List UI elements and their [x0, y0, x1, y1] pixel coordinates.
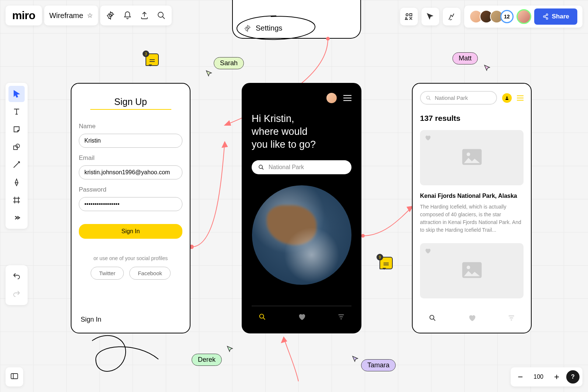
board-name-panel[interactable]: Wireframe ☆ [44, 6, 98, 25]
search-bar[interactable]: National Park [252, 160, 351, 174]
signin-link[interactable]: Sign In [81, 316, 101, 323]
password-input[interactable] [79, 197, 182, 211]
cursor-pointer-icon [227, 346, 233, 352]
header-tools [100, 6, 172, 25]
text-tool[interactable] [8, 104, 25, 120]
heart-icon[interactable] [424, 248, 431, 256]
select-tool[interactable] [8, 86, 25, 102]
connector-tool[interactable] [8, 157, 25, 173]
svg-point-11 [361, 234, 364, 237]
svg-point-7 [326, 37, 329, 40]
help-button[interactable]: ? [566, 370, 580, 384]
twitter-button[interactable]: Twitter [91, 267, 124, 280]
cursor-label-derek: Derek [192, 354, 222, 366]
result-card-image[interactable] [420, 243, 524, 298]
results-phone-frame[interactable]: National Park 137 results Kenai Fjords N… [412, 83, 532, 333]
share-label: Share [552, 13, 569, 20]
submit-button[interactable]: Sign In [79, 224, 182, 239]
signup-phone-frame[interactable]: Sign Up Name Email Password Sign In or u… [71, 83, 190, 333]
svg-point-16 [427, 96, 430, 99]
social-hint: or use one of your social profiles [79, 255, 182, 261]
hand-drawn-scribble [85, 333, 169, 389]
bell-icon[interactable] [123, 11, 132, 20]
shapes-library-icon[interactable] [400, 8, 418, 25]
connector-arrow[interactable] [361, 203, 416, 239]
email-input[interactable] [79, 165, 182, 179]
zoom-panel: − 100 + ? [511, 367, 582, 386]
undo-button[interactable] [8, 268, 25, 284]
frame-tool[interactable] [8, 192, 25, 208]
export-icon[interactable] [140, 11, 149, 20]
svg-point-19 [466, 153, 470, 156]
search-icon[interactable] [157, 11, 166, 20]
shapes-tool[interactable] [8, 139, 25, 155]
facebook-button[interactable]: Facebook [129, 267, 171, 280]
comment-badge[interactable]: 9 [379, 257, 393, 269]
zoom-out-button[interactable]: − [514, 370, 527, 384]
bottom-left-panel[interactable] [6, 367, 23, 386]
greeting-text: Hi Kristin, where would you like to go? [252, 112, 351, 151]
name-label: Name [79, 123, 182, 130]
star-icon[interactable]: ☆ [87, 11, 93, 20]
comment-lines-icon [150, 59, 155, 60]
search-icon [426, 95, 431, 101]
svg-marker-10 [222, 142, 227, 147]
menu-icon[interactable] [343, 95, 351, 101]
home-phone-frame[interactable]: Hi Kristin, where would you like to go? … [242, 83, 361, 333]
result-description: The Harding Icefield, which is actually … [420, 203, 524, 234]
settings-gear-icon[interactable] [106, 11, 115, 20]
user-avatar[interactable] [326, 93, 337, 103]
nav-filter-icon[interactable] [337, 313, 345, 322]
image-placeholder-icon [461, 261, 483, 280]
cursor-label-tamara: Tamara [361, 359, 396, 371]
name-input[interactable] [79, 134, 182, 148]
cursor-pointer-icon [484, 64, 490, 71]
connector-arrow[interactable] [280, 335, 302, 383]
avatar-count[interactable]: 12 [500, 10, 514, 23]
comment-count: 3 [143, 50, 149, 57]
bottom-nav [413, 314, 531, 323]
search-bar[interactable]: National Park [420, 91, 497, 105]
sticky-tool[interactable] [8, 121, 25, 137]
email-label: Email [79, 154, 182, 162]
current-user-avatar[interactable] [517, 9, 531, 24]
share-button[interactable]: Share [534, 8, 577, 25]
bottom-nav [242, 313, 361, 322]
menu-icon[interactable] [517, 95, 524, 101]
redo-button[interactable] [8, 286, 25, 302]
top-right-bar: 12 Share [400, 6, 582, 28]
result-title[interactable]: Kenai Fjords National Park, Alaska [420, 193, 524, 199]
zoom-value[interactable]: 100 [530, 374, 547, 380]
nav-search-icon[interactable] [428, 314, 437, 323]
divider [252, 306, 351, 306]
nav-heart-icon[interactable] [298, 313, 306, 322]
result-card-image[interactable] [420, 130, 524, 185]
more-tools[interactable] [8, 210, 25, 226]
undo-redo-panel [6, 265, 28, 305]
nav-filter-icon[interactable] [507, 314, 515, 323]
connector-arrow[interactable] [190, 136, 245, 251]
top-left-bar: miro Wireframe ☆ [6, 6, 172, 25]
heart-icon[interactable] [424, 134, 431, 143]
password-label: Password [79, 186, 182, 193]
user-icon[interactable] [502, 93, 512, 103]
search-placeholder: National Park [269, 164, 304, 171]
cursor-label-sarah: Sarah [214, 57, 244, 69]
comment-badge[interactable]: 3 [146, 53, 159, 66]
cursor-pointer-icon [206, 70, 212, 77]
reactions-icon[interactable] [443, 8, 461, 25]
collaborators-panel[interactable]: 12 Share [464, 6, 582, 28]
globe-image [252, 185, 351, 285]
search-value: National Park [435, 95, 468, 101]
app-logo[interactable]: miro [6, 6, 42, 25]
svg-point-15 [259, 314, 263, 318]
svg-point-2 [406, 14, 408, 16]
svg-point-14 [259, 165, 262, 168]
zoom-in-button[interactable]: + [550, 370, 563, 384]
cursor-mode-icon[interactable] [421, 8, 439, 25]
pen-tool[interactable] [8, 174, 25, 190]
nav-search-icon[interactable] [258, 313, 266, 322]
logo-text: miro [12, 9, 35, 22]
cursor-pointer-icon [352, 356, 358, 362]
nav-heart-icon[interactable] [468, 314, 476, 323]
